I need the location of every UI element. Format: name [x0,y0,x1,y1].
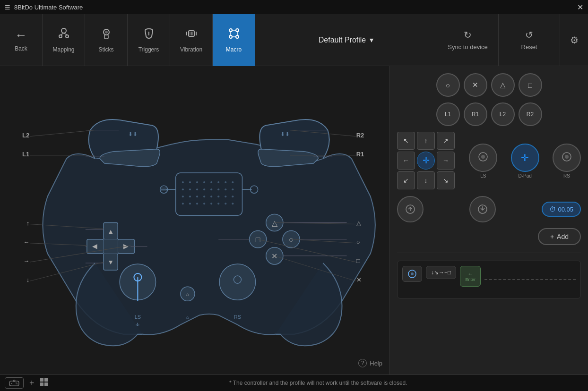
dpad-right[interactable]: → [437,152,455,170]
svg-point-47 [232,196,233,197]
profile-selector[interactable]: Default Profile ▾ [309,32,383,48]
dpad-left[interactable]: ← [397,152,415,170]
svg-point-132 [565,155,569,159]
svg-point-49 [189,203,191,204]
settings-button[interactable]: ⚙ [560,14,588,66]
timing-clock-icon: ⏱ [549,205,556,213]
settings-icon: ⚙ [570,34,579,46]
svg-point-48 [182,203,184,204]
reset-button[interactable]: ↺ Reset [498,14,560,66]
svg-point-26 [196,181,198,183]
svg-rect-10 [190,32,190,35]
svg-rect-11 [191,32,192,35]
sync-label: Sync to device [448,43,488,51]
r1-button[interactable]: R1 [464,102,487,126]
timing-value: 00.05 [558,206,573,213]
dpad-center[interactable]: ✛ [417,152,435,170]
add-label: Add [557,233,569,240]
svg-point-39 [232,188,233,190]
svg-point-54 [225,203,226,204]
svg-text:L2: L2 [22,132,29,139]
nav-vibration[interactable]: Vibration [170,14,213,66]
svg-text:○: ○ [356,238,360,246]
enter-arrow1: ← [467,271,473,277]
macro-arrows-item: ↓↘→+□ [426,266,456,279]
dpad-up[interactable]: ↑ [417,132,435,150]
ls-button[interactable] [469,144,497,172]
gamepad-status-icon[interactable] [5,377,24,389]
svg-text:↓: ↓ [26,276,30,283]
main-content: ▲ ▼ ◀ ▶ △ ○ □ ✕ [0,66,588,374]
macro-arrows-text: ↓↘→+□ [431,269,451,276]
dpad-label-col: ✛ D-Pad [511,144,539,178]
svg-point-51 [203,203,205,204]
triggers-icon [142,27,156,43]
svg-point-35 [203,188,205,190]
svg-point-17 [229,35,232,38]
square-button[interactable]: □ [519,73,542,97]
add-status-icon[interactable]: + [29,378,35,388]
svg-text:⌂: ⌂ [186,315,189,320]
svg-text:R1: R1 [356,151,364,158]
macro-stick-icon [407,269,417,279]
nav-back[interactable]: ← Back [0,14,43,66]
help-button[interactable]: ? Help [358,359,382,367]
svg-text:▼: ▼ [107,258,114,266]
svg-point-50 [196,203,198,204]
svg-point-42 [196,196,198,197]
vibration-icon [185,27,198,43]
ls-stick-col: LS [469,144,497,178]
svg-point-40 [182,196,184,197]
nav-actions: ↻ Sync to device ↺ Reset ⚙ [437,14,588,66]
svg-rect-67 [104,239,118,254]
svg-point-46 [225,196,226,197]
mapping-icon [57,27,70,43]
add-icon: + [550,233,554,240]
r2-button[interactable]: R2 [519,102,542,126]
svg-text:R2: R2 [356,132,364,139]
svg-line-111 [30,130,95,136]
svg-point-0 [61,28,66,33]
nav-macro[interactable]: Macro [213,14,255,66]
dpad-upleft[interactable]: ↖ [397,132,415,150]
ls-click-button[interactable] [397,196,424,222]
l1-button[interactable]: L1 [436,102,460,126]
right-panel: ○ ✕ △ □ L1 R1 L2 R2 ↖ ↑ ↗ ← ✛ → ↙ ↓ ↘ [389,66,588,374]
svg-point-2 [66,35,69,38]
dpad-grid: ↖ ↑ ↗ ← ✛ → ↙ ↓ ↘ [397,132,456,190]
help-label: Help [370,360,382,367]
nav-mapping[interactable]: Mapping [43,14,85,66]
back-icon: ← [15,28,27,42]
add-button[interactable]: + Add [538,228,581,245]
sticks-icon [100,27,113,43]
triangle-button[interactable]: △ [491,73,515,97]
svg-text:🕹: 🕹 [136,323,139,327]
dpad-downright[interactable]: ↘ [437,171,455,189]
svg-text:LS: LS [135,314,141,320]
svg-rect-7 [104,35,108,39]
dpad-button[interactable]: ✛ [511,144,539,172]
windows-status-icon[interactable] [40,378,48,388]
reset-icon: ↺ [525,29,533,41]
nav-sticks[interactable]: Sticks [85,14,128,66]
l2-button[interactable]: L2 [491,102,515,126]
rs-click-button[interactable] [469,196,496,222]
svg-text:✕: ✕ [356,276,362,283]
dpad-down[interactable]: ↓ [417,171,435,189]
enter-label: Enter [466,277,476,282]
nav-triggers[interactable]: Triggers [128,14,170,66]
rs-button[interactable] [553,144,581,172]
svg-point-37 [217,188,219,190]
sync-button[interactable]: ↻ Sync to device [437,14,498,66]
circle-button[interactable]: ○ [436,73,460,97]
dpad-downleft[interactable]: ↙ [397,171,415,189]
help-icon: ? [358,359,367,367]
close-icon[interactable]: ✕ [577,3,583,12]
macro-enter-item: ← Enter [460,266,481,287]
rs-stick-col: RS [553,144,581,178]
timing-button[interactable]: ⏱ 00.05 [542,202,581,217]
dpad-upright[interactable]: ↗ [437,132,455,150]
profile-area: Default Profile ▾ [255,32,437,48]
svg-text:RS: RS [234,314,241,320]
cross-button[interactable]: ✕ [464,73,487,97]
